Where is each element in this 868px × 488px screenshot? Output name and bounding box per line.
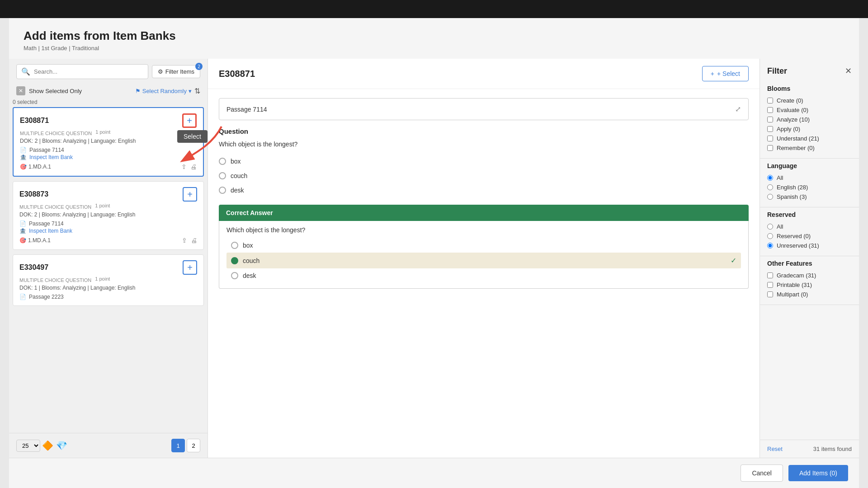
inspect-item-bank-link[interactable]: Inspect Item Bank	[29, 228, 72, 234]
item-passage: Passage 7114	[29, 147, 64, 153]
filter-option: Remember (0)	[767, 143, 852, 153]
blooms-create-checkbox[interactable]	[767, 98, 773, 103]
filter-option: Gradecam (31)	[767, 271, 852, 280]
blooms-analyze-checkbox[interactable]	[767, 117, 773, 122]
correct-answer-option: box	[226, 238, 741, 253]
item-id: E330497	[19, 263, 48, 272]
add-item-button[interactable]: +	[183, 260, 197, 275]
add-item-button[interactable]: +	[182, 113, 197, 128]
item-meta: DOK: 2 | Blooms: Analyzing | Language: E…	[20, 138, 197, 144]
filter-option: Spanish (3)	[767, 192, 852, 202]
show-selected-label: Show Selected Only	[29, 88, 82, 94]
language-spanish-radio[interactable]	[767, 194, 773, 200]
multipart-checkbox[interactable]	[767, 291, 773, 297]
standard-icon: 🎯	[19, 237, 26, 244]
filter-option: Reserved (0)	[767, 231, 852, 241]
print-icon[interactable]: 🖨	[190, 163, 197, 170]
passage-icon: 📄	[19, 221, 26, 227]
bank-icon: 🏦	[19, 228, 26, 234]
passage-icon: 📄	[20, 147, 27, 153]
per-page-select[interactable]: 25 50	[16, 440, 40, 452]
item-type: MULTIPLE CHOICE QUESTION	[20, 131, 92, 136]
reserved-unreserved-radio[interactable]	[767, 243, 773, 249]
detail-passage-label: Passage 7114	[226, 106, 267, 113]
item-id: E308871	[20, 117, 49, 125]
printable-checkbox[interactable]	[767, 282, 773, 288]
filter-reset-button[interactable]: Reset	[767, 446, 783, 452]
blooms-apply-checkbox[interactable]	[767, 126, 773, 132]
item-points: 1 point	[95, 129, 110, 136]
answer-option: box	[219, 154, 749, 169]
item-passage: Passage 2223	[29, 294, 64, 300]
standard-icon: 🎯	[20, 164, 27, 170]
items-found: 31 items found	[813, 446, 852, 452]
item-type: MULTIPLE CHOICE QUESTION	[19, 204, 91, 210]
item-meta: DOK: 1 | Blooms: Analyzing | Language: E…	[19, 285, 197, 291]
page-1-button[interactable]: 1	[171, 439, 185, 452]
close-filter-button[interactable]: ✕	[845, 66, 852, 76]
expand-passage-icon[interactable]: ⤢	[735, 105, 741, 113]
reserved-all-radio[interactable]	[767, 224, 773, 230]
question-label: Question	[219, 127, 749, 135]
filter-option: Apply (0)	[767, 124, 852, 134]
filter-items-button[interactable]: ⚙ Filter Items 2	[152, 65, 200, 78]
blooms-evaluate-checkbox[interactable]	[767, 107, 773, 113]
add-item-button[interactable]: +	[183, 187, 197, 202]
search-icon: 🔍	[21, 67, 30, 76]
modal-title: Add items from Item Banks	[24, 29, 844, 43]
filter-section-language: Language All English (28) Spanish (3)	[760, 159, 859, 207]
plus-icon: +	[711, 70, 714, 77]
filter-title: Filter	[767, 66, 787, 76]
blooms-remember-checkbox[interactable]	[767, 145, 773, 151]
language-english-radio[interactable]	[767, 184, 773, 190]
blooms-understand-checkbox[interactable]	[767, 136, 773, 141]
search-input[interactable]	[34, 68, 143, 75]
bank-icon: 🏦	[20, 154, 27, 160]
question-text: Which object is the longest?	[219, 141, 749, 148]
filter-icon: ⚙	[158, 68, 163, 75]
filter-option: Evaluate (0)	[767, 105, 852, 115]
correct-question-text: Which object is the longest?	[226, 226, 741, 234]
item-points: 1 point	[95, 203, 110, 210]
select-randomly-button[interactable]: ⚑ Select Randomly ▾	[135, 88, 192, 94]
check-mark-icon: ✓	[731, 256, 736, 265]
gradecam-checkbox[interactable]	[767, 272, 773, 278]
answer-option: desk	[219, 183, 749, 197]
answer-option: couch	[219, 169, 749, 183]
chevron-down-icon: ▾	[189, 88, 192, 94]
item-standard: 1.MD.A.1	[28, 237, 51, 244]
correct-answer-option: desk	[226, 268, 741, 283]
filter-badge: 2	[195, 63, 203, 70]
print-icon[interactable]: 🖨	[191, 237, 197, 244]
share-icon[interactable]: ⇪	[181, 163, 187, 170]
language-all-radio[interactable]	[767, 175, 773, 181]
inspect-item-bank-link[interactable]: Inspect Item Bank	[29, 154, 73, 160]
item-card[interactable]: E330497 + MULTIPLE CHOICE QUESTION 1 poi…	[13, 254, 204, 306]
filter-option: Unreserved (31)	[767, 241, 852, 250]
select-item-button[interactable]: + + Select	[702, 66, 749, 81]
filter-option: All	[767, 222, 852, 231]
share-icon[interactable]: ⇪	[182, 237, 187, 244]
filter-option: Create (0)	[767, 96, 852, 105]
filter-option: Analyze (10)	[767, 115, 852, 124]
item-standard: 1.MD.A.1	[28, 164, 51, 170]
detail-item-title: E308871	[219, 69, 255, 79]
item-card[interactable]: E308871 + MULTIPLE CHOICE QUESTION 1 poi…	[13, 107, 204, 177]
clear-selected-button[interactable]: ✕	[16, 86, 25, 95]
modal-subtitle: Math | 1st Grade | Traditional	[24, 45, 844, 52]
cancel-button[interactable]: Cancel	[741, 465, 783, 482]
sort-button[interactable]: ⇅	[194, 87, 200, 95]
filter-option: Printable (31)	[767, 280, 852, 290]
page-2-button[interactable]: 2	[187, 439, 200, 452]
filter-section-blooms: Blooms Create (0) Evaluate (0) Analyze (…	[760, 81, 859, 159]
filter-section-reserved: Reserved All Reserved (0) Unreserved (31…	[760, 207, 859, 256]
item-card[interactable]: E308873 + MULTIPLE CHOICE QUESTION 1 poi…	[13, 181, 204, 250]
reserved-reserved-radio[interactable]	[767, 233, 773, 239]
filter-option: Understand (21)	[767, 134, 852, 143]
correct-answer-header: Correct Answer	[219, 205, 749, 221]
filter-option: English (28)	[767, 183, 852, 192]
filter-option: All	[767, 173, 852, 183]
item-points: 1 point	[95, 276, 110, 283]
item-passage: Passage 7114	[29, 221, 64, 227]
add-items-button[interactable]: Add Items (0)	[788, 465, 848, 481]
